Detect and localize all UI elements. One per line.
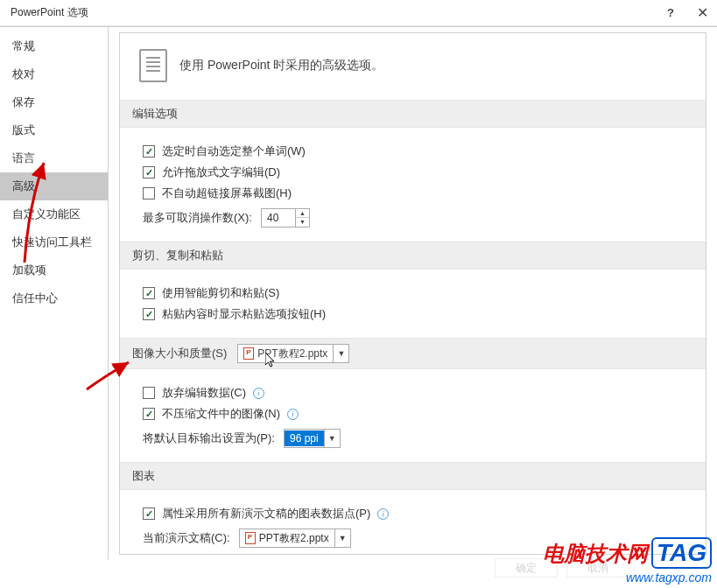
checkbox-label: 不压缩文件中的图像(N) <box>162 406 280 422</box>
max-undo-row: 最多可取消操作数(X): 40 ▲ ▼ <box>143 208 690 228</box>
chevron-down-icon[interactable]: ▼ <box>324 430 340 447</box>
checkbox-select-whole-word[interactable]: 选定时自动选定整个单词(W) <box>143 144 690 159</box>
checkbox-label: 允许拖放式文字编辑(D) <box>162 164 280 180</box>
watermark-tag: TAG <box>651 537 712 569</box>
section-cutcopy-body: 使用智能剪切和粘贴(S) 粘贴内容时显示粘贴选项按钮(H) <box>120 278 706 338</box>
checkbox-chart-all-new-docs[interactable]: 属性采用所有新演示文稿的图表数据点(P) i <box>143 506 690 522</box>
checkmark-icon <box>143 145 155 158</box>
info-icon[interactable]: i <box>253 388 264 399</box>
pptx-file-icon <box>245 532 256 544</box>
checkbox-label: 选定时自动选定整个单词(W) <box>162 144 306 159</box>
checkbox-label: 放弃编辑数据(C) <box>162 385 246 401</box>
section-image-header: 图像大小和质量(S) PPT教程2.pptx ▼ <box>120 338 706 369</box>
spinner-down-icon[interactable]: ▼ <box>296 218 309 227</box>
sidebar-item-language[interactable]: 语言 <box>0 144 108 172</box>
content-area: 使用 PowerPoint 时采用的高级选项。 编辑选项 选定时自动选定整个单词… <box>109 27 717 560</box>
checkmark-icon <box>143 408 155 420</box>
help-button[interactable]: ? <box>667 6 674 19</box>
dropdown-value: PPT教程2.pptx <box>259 531 329 546</box>
checkmark-icon <box>143 308 155 320</box>
section-image-body: 放弃编辑数据(C) i 不压缩文件中的图像(N) i 将默认目标输出设置为(P)… <box>120 378 706 462</box>
checkbox-label: 属性采用所有新演示文稿的图表数据点(P) <box>162 506 370 522</box>
watermark-text-cn: 电脑技术网 <box>543 540 648 568</box>
checkmark-icon <box>143 166 155 178</box>
checkbox-do-not-compress-images[interactable]: 不压缩文件中的图像(N) i <box>143 406 690 422</box>
image-quality-file-dropdown[interactable]: PPT教程2.pptx ▼ <box>237 344 349 363</box>
checkbox-label: 粘贴内容时显示粘贴选项按钮(H) <box>162 306 326 322</box>
page-header: 使用 PowerPoint 时采用的高级选项。 <box>120 33 706 100</box>
sidebar-item-customize-ribbon[interactable]: 自定义功能区 <box>0 200 108 228</box>
close-button[interactable]: ✕ <box>697 6 708 20</box>
checkmark-icon <box>143 508 155 520</box>
page-subtitle: 使用 PowerPoint 时采用的高级选项。 <box>179 58 383 74</box>
section-cutcopy-header: 剪切、复制和粘贴 <box>120 242 706 270</box>
pptx-file-icon <box>243 347 254 360</box>
category-sidebar: 常规 校对 保存 版式 语言 高级 自定义功能区 快速访问工具栏 加载项 信任中… <box>0 27 109 560</box>
watermark-url: www.tagxp.com <box>543 570 712 584</box>
checkbox-show-paste-options[interactable]: 粘贴内容时显示粘贴选项按钮(H) <box>143 306 690 322</box>
max-undo-spinner[interactable]: 40 ▲ ▼ <box>261 208 310 228</box>
sidebar-item-addins[interactable]: 加载项 <box>0 256 108 284</box>
checkbox-no-auto-hyperlink[interactable]: 不自动超链接屏幕截图(H) <box>143 186 690 201</box>
current-document-dropdown[interactable]: PPT教程2.pptx ▼ <box>239 528 351 548</box>
options-page-icon <box>139 49 167 82</box>
watermark: 电脑技术网 TAG www.tagxp.com <box>543 537 712 584</box>
sidebar-item-advanced[interactable]: 高级 <box>0 172 108 200</box>
sidebar-item-general[interactable]: 常规 <box>0 32 108 60</box>
sidebar-item-save[interactable]: 保存 <box>0 88 108 116</box>
spinner-up-icon[interactable]: ▲ <box>296 209 309 218</box>
default-resolution-row: 将默认目标输出设置为(P): 96 ppi ▼ <box>143 429 690 448</box>
spinner-value[interactable]: 40 <box>262 212 295 224</box>
dialog-body: 常规 校对 保存 版式 语言 高级 自定义功能区 快速访问工具栏 加载项 信任中… <box>0 26 717 560</box>
dialog-title: PowerPoint 选项 <box>11 5 88 20</box>
chevron-down-icon[interactable]: ▼ <box>333 345 348 362</box>
titlebar: PowerPoint 选项 ? ✕ <box>0 0 717 26</box>
checkmark-icon <box>143 287 155 299</box>
current-document-label: 当前演示文稿(C): <box>143 530 230 546</box>
sidebar-item-qat[interactable]: 快速访问工具栏 <box>0 228 108 256</box>
default-resolution-dropdown[interactable]: 96 ppi ▼ <box>284 429 341 448</box>
max-undo-label: 最多可取消操作数(X): <box>143 210 252 226</box>
checkbox-label: 属性采用当前演示文稿的图表数据点(R) <box>162 553 360 555</box>
content-scroll[interactable]: 使用 PowerPoint 时采用的高级选项。 编辑选项 选定时自动选定整个单词… <box>119 32 706 555</box>
checkbox-discard-editing-data[interactable]: 放弃编辑数据(C) i <box>143 385 690 401</box>
checkbox-smart-cut-paste[interactable]: 使用智能剪切和粘贴(S) <box>143 285 690 301</box>
sidebar-item-trust-center[interactable]: 信任中心 <box>0 284 108 312</box>
checkbox-label: 不自动超链接屏幕截图(H) <box>162 186 292 201</box>
checkbox-empty-icon <box>143 387 155 399</box>
dropdown-value: 96 ppi <box>285 430 324 446</box>
section-editing-body: 选定时自动选定整个单词(W) 允许拖放式文字编辑(D) 不自动超链接屏幕截图(H… <box>120 136 706 242</box>
dropdown-value: PPT教程2.pptx <box>257 346 327 361</box>
titlebar-controls: ? ✕ <box>667 6 708 20</box>
sidebar-item-proofing[interactable]: 校对 <box>0 60 108 88</box>
chevron-down-icon[interactable]: ▼ <box>334 529 350 547</box>
section-chart-header: 图表 <box>120 462 706 490</box>
default-resolution-label: 将默认目标输出设置为(P): <box>143 430 275 446</box>
info-icon[interactable]: i <box>287 409 299 420</box>
section-image-title: 图像大小和质量(S) <box>132 346 227 361</box>
checkbox-empty-icon <box>143 187 155 200</box>
checkbox-drag-drop-edit[interactable]: 允许拖放式文字编辑(D) <box>143 164 690 180</box>
section-editing-header: 编辑选项 <box>120 100 706 128</box>
checkbox-label: 使用智能剪切和粘贴(S) <box>162 285 279 301</box>
sidebar-item-layout[interactable]: 版式 <box>0 116 108 144</box>
info-icon[interactable]: i <box>377 508 389 520</box>
